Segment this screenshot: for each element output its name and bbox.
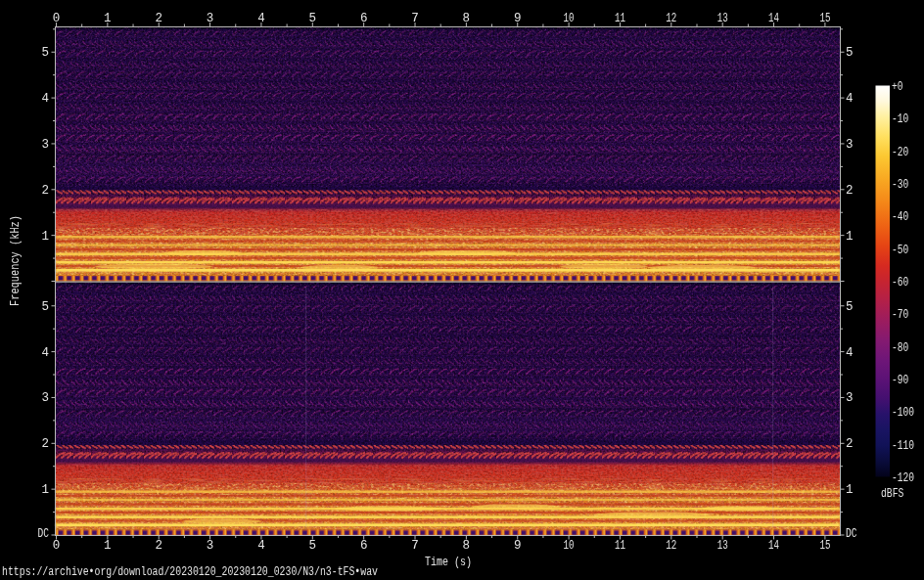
- svg-text:DC: DC: [846, 527, 857, 541]
- svg-text:6: 6: [360, 12, 368, 25]
- svg-text:3: 3: [846, 138, 854, 152]
- svg-text:-20: -20: [892, 146, 908, 159]
- svg-text:6: 6: [360, 539, 368, 553]
- svg-text:2: 2: [846, 437, 854, 451]
- svg-text:1: 1: [846, 230, 854, 244]
- svg-text:Time (s): Time (s): [425, 556, 472, 569]
- svg-text:12: 12: [666, 12, 676, 25]
- svg-text:-10: -10: [892, 112, 908, 126]
- svg-text:-70: -70: [892, 308, 908, 322]
- svg-text:9: 9: [514, 539, 522, 553]
- svg-text:13: 13: [717, 12, 728, 25]
- svg-text:5: 5: [41, 300, 49, 314]
- svg-text:15: 15: [819, 12, 830, 25]
- svg-text:1: 1: [41, 230, 49, 244]
- svg-text:Frequency (kHz): Frequency (kHz): [9, 215, 23, 306]
- svg-text:2: 2: [41, 437, 49, 451]
- svg-text:-90: -90: [892, 374, 908, 387]
- svg-text:15: 15: [819, 539, 830, 553]
- svg-text:4: 4: [846, 346, 854, 360]
- svg-text:13: 13: [717, 539, 728, 553]
- svg-text:3: 3: [41, 391, 49, 405]
- svg-text:3: 3: [846, 391, 854, 405]
- svg-text:-40: -40: [892, 210, 908, 224]
- svg-text:11: 11: [615, 539, 625, 553]
- svg-text:https://archive•org/download/2: https://archive•org/download/20230120_20…: [2, 565, 378, 579]
- svg-text:-120: -120: [892, 471, 914, 485]
- svg-text:4: 4: [41, 346, 49, 360]
- svg-text:1: 1: [104, 12, 112, 25]
- svg-text:10: 10: [564, 539, 575, 553]
- svg-text:1: 1: [41, 483, 49, 497]
- svg-text:11: 11: [615, 12, 625, 25]
- svg-text:+0: +0: [892, 80, 903, 94]
- svg-text:DC: DC: [38, 527, 50, 541]
- svg-text:9: 9: [514, 12, 522, 25]
- svg-text:5: 5: [309, 12, 317, 25]
- svg-text:7: 7: [411, 12, 419, 25]
- svg-text:2: 2: [846, 184, 854, 198]
- svg-text:2: 2: [41, 184, 49, 198]
- svg-text:0: 0: [53, 539, 61, 553]
- svg-text:-80: -80: [892, 341, 908, 355]
- svg-text:-60: -60: [892, 276, 908, 290]
- svg-text:4: 4: [846, 92, 854, 106]
- svg-text:4: 4: [41, 92, 49, 106]
- svg-text:12: 12: [666, 539, 676, 553]
- svg-text:14: 14: [768, 12, 779, 25]
- svg-text:2: 2: [155, 539, 162, 553]
- svg-text:8: 8: [463, 12, 471, 25]
- svg-text:3: 3: [207, 12, 214, 25]
- svg-text:5: 5: [309, 539, 317, 553]
- svg-text:-100: -100: [892, 406, 914, 420]
- svg-text:-30: -30: [892, 178, 908, 192]
- svg-text:5: 5: [41, 46, 49, 60]
- svg-text:0: 0: [53, 12, 61, 25]
- svg-text:2: 2: [155, 12, 162, 25]
- svg-text:14: 14: [768, 539, 779, 553]
- svg-text:3: 3: [41, 138, 49, 152]
- svg-text:5: 5: [846, 46, 854, 60]
- svg-text:-50: -50: [892, 244, 908, 257]
- svg-text:10: 10: [564, 12, 575, 25]
- svg-text:8: 8: [463, 539, 471, 553]
- svg-text:4: 4: [257, 539, 265, 553]
- svg-text:5: 5: [846, 300, 854, 314]
- svg-text:1: 1: [846, 483, 854, 497]
- svg-text:1: 1: [104, 539, 112, 553]
- svg-text:-110: -110: [892, 439, 914, 453]
- svg-text:3: 3: [207, 539, 214, 553]
- svg-text:7: 7: [411, 539, 419, 553]
- svg-text:dBFS: dBFS: [881, 487, 903, 501]
- svg-text:4: 4: [257, 12, 265, 25]
